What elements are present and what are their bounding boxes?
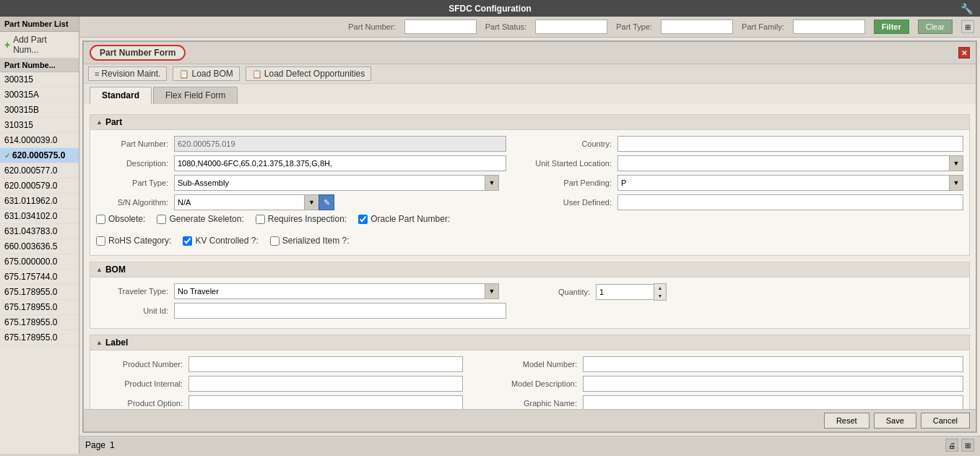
sidebar-item[interactable]: 675.000000.0 [0, 254, 79, 270]
country-input[interactable] [617, 136, 963, 152]
form-close-button[interactable]: ✕ [958, 47, 970, 59]
page-number: 1 [110, 440, 115, 450]
tab-flex[interactable]: Flex Field Form [153, 87, 238, 104]
sidebar-item[interactable]: 614.000039.0 [0, 133, 79, 148]
part-type-filter-input[interactable] [661, 20, 733, 34]
unit-started-label: Unit Started Location: [518, 159, 612, 168]
sn-dropdown-btn[interactable]: ▼ [304, 194, 318, 210]
form-footer: Reset Save Cancel [84, 409, 976, 431]
spinbox-down-btn[interactable]: ▼ [654, 292, 666, 300]
sidebar-item[interactable]: 300315A [0, 87, 79, 103]
sidebar-item[interactable]: 620.000577.0 [0, 163, 79, 178]
part-type-dropdown-btn[interactable]: ▼ [485, 175, 499, 191]
generate-skeleton-checkbox[interactable] [157, 215, 166, 224]
sidebar-item[interactable]: ✓620.000575.0 [0, 148, 79, 163]
unit-started-input[interactable] [617, 155, 949, 171]
serialized-item-label: Serialized Item ?: [282, 236, 350, 246]
load-bom-button[interactable]: 📋 Load BOM [173, 66, 239, 81]
tab-flex-label: Flex Field Form [165, 90, 225, 100]
sidebar-item[interactable]: 675.178955.0 [0, 285, 79, 300]
bom-section-header[interactable]: ▲ BOM [90, 262, 969, 278]
form-body: ▲ Part Part Number: [84, 104, 976, 409]
part-status-filter-input[interactable] [535, 20, 607, 34]
label-section-header[interactable]: ▲ Label [90, 335, 969, 350]
product-option-row: Product Option: [96, 395, 472, 409]
model-number-input[interactable] [583, 356, 963, 372]
quantity-input[interactable] [596, 284, 654, 300]
part-section-header[interactable]: ▲ Part [90, 115, 969, 130]
load-defect-label: Load Defect Opportunities [264, 69, 365, 79]
sidebar-item[interactable]: 631.011962.0 [0, 194, 79, 209]
page-label: Page [85, 440, 105, 450]
save-button[interactable]: Save [874, 413, 916, 429]
sidebar-item[interactable]: 631.043783.0 [0, 224, 79, 239]
kv-controlled-checkbox[interactable] [183, 236, 192, 246]
print-icon-btn[interactable]: 🖨 [945, 439, 958, 452]
product-option-input[interactable] [188, 395, 463, 409]
part-number-filter-label: Part Number: [348, 22, 395, 31]
product-internal-input[interactable] [188, 376, 463, 392]
model-description-input[interactable] [583, 376, 963, 392]
part-number-filter-input[interactable] [404, 20, 477, 34]
sidebar-item[interactable]: 675.175744.0 [0, 270, 79, 285]
load-defect-button[interactable]: 📋 Load Defect Opportunities [246, 66, 371, 81]
rohs-category-checkbox-item: RoHS Category: [96, 236, 171, 246]
app-title: SFDC Configuration [448, 4, 532, 14]
sidebar-item[interactable]: 675.178955.0 [0, 315, 79, 330]
requires-inspection-checkbox-item: Requires Inspection: [256, 214, 347, 224]
unit-id-input[interactable] [174, 303, 506, 319]
sidebar-item[interactable]: 660.003636.5 [0, 239, 79, 254]
label-section-arrow: ▲ [96, 339, 103, 346]
part-pending-input[interactable] [617, 175, 949, 191]
product-number-input[interactable] [188, 356, 463, 372]
sidebar-item-label: 300315B [4, 105, 39, 115]
sidebar-item[interactable]: 620.000579.0 [0, 178, 79, 194]
quantity-row: Quantity: ▲ ▼ [518, 283, 963, 301]
sidebar-item[interactable]: 300315 [0, 72, 79, 87]
sidebar-item[interactable]: 631.034102.0 [0, 209, 79, 224]
unit-started-dropdown-btn[interactable]: ▼ [949, 155, 963, 171]
requires-inspection-checkbox[interactable] [256, 215, 265, 224]
plus-icon: + [4, 39, 10, 51]
sidebar-item-label: 675.175744.0 [4, 272, 57, 282]
page-right-btn[interactable]: ⊞ [961, 439, 974, 452]
description-row: Description: [96, 155, 506, 171]
sidebar-item[interactable]: 310315 [0, 118, 79, 133]
traveler-type-dropdown-btn[interactable]: ▼ [485, 283, 499, 299]
user-defined-label: User Defined: [518, 198, 612, 207]
serialized-item-checkbox[interactable] [270, 236, 279, 246]
obsolete-checkbox[interactable] [96, 215, 105, 224]
reset-button[interactable]: Reset [824, 413, 870, 429]
user-defined-input[interactable] [617, 194, 963, 210]
product-internal-row: Product Internal: [96, 376, 472, 392]
form-title-oval: Part Number Form [90, 45, 186, 61]
sidebar-item[interactable]: 300315B [0, 103, 79, 118]
sidebar-item-label: 620.000579.0 [4, 181, 57, 191]
traveler-type-input[interactable] [174, 283, 485, 299]
sn-algorithm-input[interactable] [174, 194, 304, 210]
part-pending-dropdown-btn[interactable]: ▼ [949, 175, 963, 191]
revision-maint-button[interactable]: ≡ Revision Maint. [88, 66, 167, 81]
part-family-filter-input[interactable] [793, 20, 865, 34]
part-type-select-wrap: ▼ [174, 175, 499, 191]
cancel-button[interactable]: Cancel [921, 413, 970, 429]
rohs-category-checkbox[interactable] [96, 236, 105, 246]
sidebar-item-label: 631.034102.0 [4, 211, 57, 221]
description-input[interactable] [174, 155, 506, 171]
wrench-icon: 🔧 [961, 3, 973, 14]
unit-started-row: Unit Started Location: ▼ [518, 155, 963, 171]
load-bom-label: Load BOM [191, 69, 233, 79]
expand-icon[interactable]: ⊞ [961, 20, 974, 33]
graphic-name-input[interactable] [583, 395, 963, 409]
oracle-part-checkbox[interactable] [358, 215, 368, 224]
part-type-input[interactable] [174, 175, 485, 191]
sidebar-item-label: 614.000039.0 [4, 135, 57, 145]
clear-button[interactable]: Clear [918, 20, 953, 34]
spinbox-up-btn[interactable]: ▲ [654, 284, 666, 292]
add-part-button[interactable]: + Add Part Num... [0, 32, 79, 59]
sn-extra-btn[interactable]: ✎ [318, 194, 334, 210]
sidebar-item[interactable]: 675.178955.0 [0, 330, 79, 345]
sidebar-item[interactable]: 675.178955.0 [0, 300, 79, 315]
filter-button[interactable]: Filter [874, 20, 909, 34]
tab-standard[interactable]: Standard [90, 87, 152, 104]
